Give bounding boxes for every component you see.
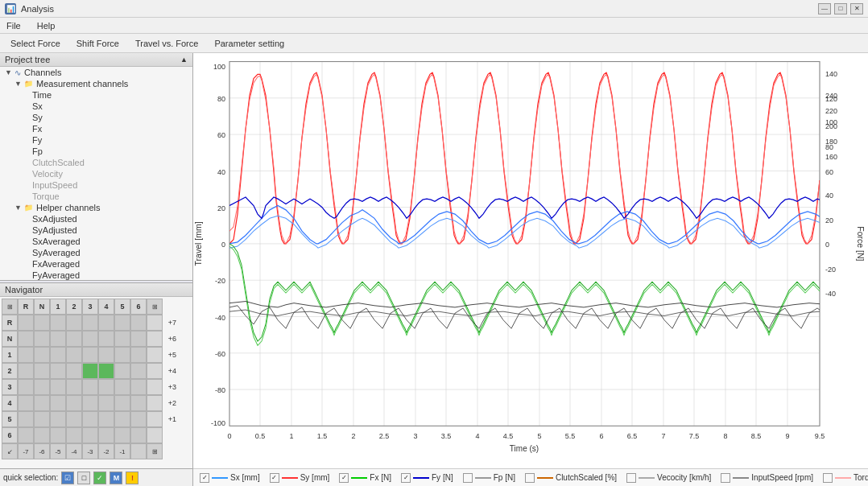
grid-cell-2-3-green[interactable] bbox=[82, 363, 98, 379]
grid-row-header-2[interactable]: 2 bbox=[2, 363, 18, 379]
grid-cell-5-2[interactable] bbox=[66, 411, 82, 427]
quick-sel-excl-btn[interactable]: ! bbox=[126, 472, 138, 484]
tree-node-fp[interactable]: Fp bbox=[0, 146, 192, 157]
grid-cell-6-6[interactable] bbox=[130, 427, 147, 443]
grid-col-r[interactable]: R bbox=[18, 299, 34, 315]
grid-cell-n-n[interactable] bbox=[34, 331, 50, 347]
tree-node-measurement[interactable]: ▼ 📁 Measurement channels bbox=[0, 78, 192, 89]
tree-node-fy[interactable]: Fy bbox=[0, 134, 192, 146]
grid-cell-4-5[interactable] bbox=[114, 395, 130, 411]
tree-node-helper[interactable]: ▼ 📁 Helper channels bbox=[0, 202, 192, 213]
toolbar-travel-vs-force[interactable]: Travel vs. Force bbox=[128, 36, 205, 51]
grid-cell-6-r[interactable] bbox=[18, 427, 34, 443]
tree-node-clutchscaled[interactable]: ClutchScaled bbox=[0, 157, 192, 168]
grid-cell-5-r[interactable] bbox=[18, 411, 34, 427]
legend-check-torque[interactable] bbox=[823, 473, 833, 483]
grid-col-1[interactable]: 1 bbox=[50, 299, 66, 315]
grid-cell-2-1[interactable] bbox=[50, 363, 66, 379]
grid-cell-4-1[interactable] bbox=[50, 395, 66, 411]
quick-sel-square-btn[interactable]: □ bbox=[77, 472, 90, 484]
grid-cell-2-2[interactable] bbox=[66, 363, 82, 379]
grid-row-header-5[interactable]: 5 bbox=[2, 411, 18, 427]
grid-col-5[interactable]: 5 bbox=[114, 299, 130, 315]
legend-sy[interactable]: ✓ Sy [mm] bbox=[270, 473, 330, 483]
toolbar-select-force[interactable]: Select Force bbox=[3, 36, 68, 51]
tree-node-sx[interactable]: Sx bbox=[0, 101, 192, 112]
grid-cell-n-4[interactable] bbox=[98, 331, 114, 347]
grid-cell-1-5[interactable] bbox=[114, 347, 130, 363]
grid-cell-3-3[interactable] bbox=[82, 379, 98, 395]
grid-row-header-1[interactable]: 1 bbox=[2, 347, 18, 363]
grid-cell-3-n[interactable] bbox=[34, 379, 50, 395]
legend-check-fx[interactable]: ✓ bbox=[339, 473, 349, 483]
grid-cell-n-6[interactable] bbox=[130, 331, 147, 347]
grid-cell-4-n[interactable] bbox=[34, 395, 50, 411]
grid-cell-1-6[interactable] bbox=[130, 347, 147, 363]
grid-cell-r-6[interactable] bbox=[130, 315, 147, 331]
legend-check-clutch[interactable] bbox=[525, 473, 535, 483]
grid-cell-n-2[interactable] bbox=[66, 331, 82, 347]
legend-check-velocity[interactable] bbox=[626, 473, 636, 483]
legend-sx[interactable]: ✓ Sx [mm] bbox=[200, 473, 260, 483]
legend-velocity[interactable]: Vecocity [km/h] bbox=[626, 473, 711, 483]
grid-row-header-n[interactable]: N bbox=[2, 331, 18, 347]
grid-cell-2-5[interactable] bbox=[114, 363, 130, 379]
legend-inputspeed[interactable]: InputSpeed [rpm] bbox=[721, 473, 813, 483]
quick-sel-tick-btn[interactable]: ✓ bbox=[93, 472, 106, 484]
project-tree-scroll[interactable]: ▼ ∿ Channels ▼ 📁 Measurement channels Ti… bbox=[0, 67, 192, 280]
grid-col-6[interactable]: 6 bbox=[130, 299, 147, 315]
grid-cell-2-4-green[interactable] bbox=[98, 363, 114, 379]
grid-cell-3-6[interactable] bbox=[130, 379, 147, 395]
grid-cell-n-1[interactable] bbox=[50, 331, 66, 347]
grid-cell-r-4[interactable] bbox=[98, 315, 114, 331]
grid-cell-2-r[interactable] bbox=[18, 363, 34, 379]
grid-cell-5-n[interactable] bbox=[34, 411, 50, 427]
tree-node-syaveraged[interactable]: SyAveraged bbox=[0, 247, 192, 258]
grid-cell-1-2[interactable] bbox=[66, 347, 82, 363]
menu-file[interactable]: File bbox=[3, 20, 24, 31]
grid-row-header-4[interactable]: 4 bbox=[2, 395, 18, 411]
legend-check-sx[interactable]: ✓ bbox=[200, 473, 209, 483]
grid-cell-2-n[interactable] bbox=[34, 363, 50, 379]
legend-check-inputspeed[interactable] bbox=[721, 473, 730, 483]
grid-cell-5-4[interactable] bbox=[98, 411, 114, 427]
tree-node-velocity[interactable]: Velocity bbox=[0, 168, 192, 179]
grid-cell-6-n[interactable] bbox=[34, 427, 50, 443]
grid-cell-r-3[interactable] bbox=[82, 315, 98, 331]
grid-cell-r-1[interactable] bbox=[50, 315, 66, 331]
grid-cell-r-2[interactable] bbox=[66, 315, 82, 331]
close-button[interactable]: ✕ bbox=[850, 3, 863, 14]
quick-sel-m-btn[interactable]: M bbox=[110, 472, 122, 484]
grid-cell-4-6[interactable] bbox=[130, 395, 147, 411]
grid-col-2[interactable]: 2 bbox=[66, 299, 82, 315]
grid-cell-3-r[interactable] bbox=[18, 379, 34, 395]
tree-node-inputspeed[interactable]: InputSpeed bbox=[0, 179, 192, 191]
grid-cell-2-6[interactable] bbox=[130, 363, 147, 379]
tree-node-fyaveraged[interactable]: FyAveraged bbox=[0, 270, 192, 280]
grid-cell-1-3[interactable] bbox=[82, 347, 98, 363]
tree-node-fxaveraged[interactable]: FxAveraged bbox=[0, 258, 192, 270]
grid-cell-5-6[interactable] bbox=[130, 411, 147, 427]
maximize-button[interactable]: □ bbox=[834, 3, 847, 14]
legend-fy[interactable]: ✓ Fy [N] bbox=[401, 473, 453, 483]
grid-cell-6-2[interactable] bbox=[66, 427, 82, 443]
grid-cell-5-5[interactable] bbox=[114, 411, 130, 427]
grid-cell-4-2[interactable] bbox=[66, 395, 82, 411]
grid-cell-3-4[interactable] bbox=[98, 379, 114, 395]
grid-cell-r-n[interactable] bbox=[34, 315, 50, 331]
tree-node-fx[interactable]: Fx bbox=[0, 123, 192, 134]
grid-cell-1-4[interactable] bbox=[98, 347, 114, 363]
grid-cell-1-1[interactable] bbox=[50, 347, 66, 363]
legend-fx[interactable]: ✓ Fx [N] bbox=[339, 473, 391, 483]
grid-cell-5-3[interactable] bbox=[82, 411, 98, 427]
tree-node-sxaveraged[interactable]: SxAveraged bbox=[0, 236, 192, 247]
grid-row-header-3[interactable]: 3 bbox=[2, 379, 18, 395]
minimize-button[interactable]: — bbox=[818, 3, 831, 14]
grid-cell-3-1[interactable] bbox=[50, 379, 66, 395]
grid-cell-1-r[interactable] bbox=[18, 347, 34, 363]
grid-cell-r-r[interactable] bbox=[18, 315, 34, 331]
grid-cell-6-4[interactable] bbox=[98, 427, 114, 443]
tree-node-sy[interactable]: Sy bbox=[0, 112, 192, 123]
tree-node-channels[interactable]: ▼ ∿ Channels bbox=[0, 67, 192, 78]
grid-cell-6-5[interactable] bbox=[114, 427, 130, 443]
